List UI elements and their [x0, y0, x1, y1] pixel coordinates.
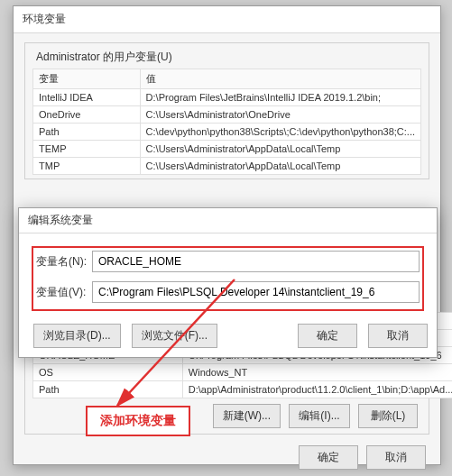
browse-file-button[interactable]: 浏览文件(F)...	[132, 324, 217, 348]
col-header-var[interactable]: 变量	[33, 69, 141, 89]
table-row[interactable]: OSWindows_NT	[33, 364, 453, 381]
var-name-input[interactable]	[92, 251, 420, 272]
edit-sysvar-button[interactable]: 编辑(I)...	[289, 404, 349, 428]
var-name-label: 变量名(N):	[36, 254, 92, 270]
table-row[interactable]: TMPC:\Users\Administrator\AppData\Local\…	[33, 158, 421, 175]
table-row[interactable]: OneDriveC:\Users\Administrator\OneDrive	[33, 106, 421, 124]
delete-sysvar-button[interactable]: 删除(L)	[358, 404, 418, 428]
table-row[interactable]: PathC:\dev\python\python38\Scripts\;C:\d…	[33, 124, 421, 141]
highlight-annotation: 变量名(N): 变量值(V):	[32, 246, 424, 311]
user-vars-panel: Administrator 的用户变量(U) 变量 值 IntelliJ IDE…	[24, 42, 429, 179]
cancel-button[interactable]: 取消	[366, 445, 426, 470]
table-row[interactable]: IntelliJ IDEAD:\Program Files\JetBrains\…	[33, 89, 421, 106]
browse-dir-button[interactable]: 浏览目录(D)...	[33, 324, 121, 348]
table-row[interactable]: PathD:\app\Administrator\product\11.2.0\…	[33, 381, 453, 398]
var-value-label: 变量值(V):	[36, 285, 92, 300]
user-vars-table[interactable]: 变量 值 IntelliJ IDEAD:\Program Files\JetBr…	[32, 69, 421, 175]
window-title: 环境变量	[14, 6, 440, 33]
dialog-title: 编辑系统变量	[19, 208, 437, 233]
new-sysvar-button[interactable]: 新建(W)...	[213, 404, 281, 428]
ok-button[interactable]: 确定	[299, 445, 358, 470]
var-value-input[interactable]	[92, 281, 420, 303]
dialog-cancel-button[interactable]: 取消	[368, 324, 428, 348]
annotation-label: 添加环境变量	[86, 406, 190, 436]
edit-variable-dialog: 编辑系统变量 变量名(N): 变量值(V): 浏览目录(D)... 浏览文件(F…	[18, 207, 438, 358]
col-header-val[interactable]: 值	[140, 69, 420, 89]
dialog-ok-button[interactable]: 确定	[298, 324, 357, 348]
user-panel-label: Administrator 的用户变量(U)	[32, 50, 176, 65]
table-row[interactable]: TEMPC:\Users\Administrator\AppData\Local…	[33, 141, 421, 158]
